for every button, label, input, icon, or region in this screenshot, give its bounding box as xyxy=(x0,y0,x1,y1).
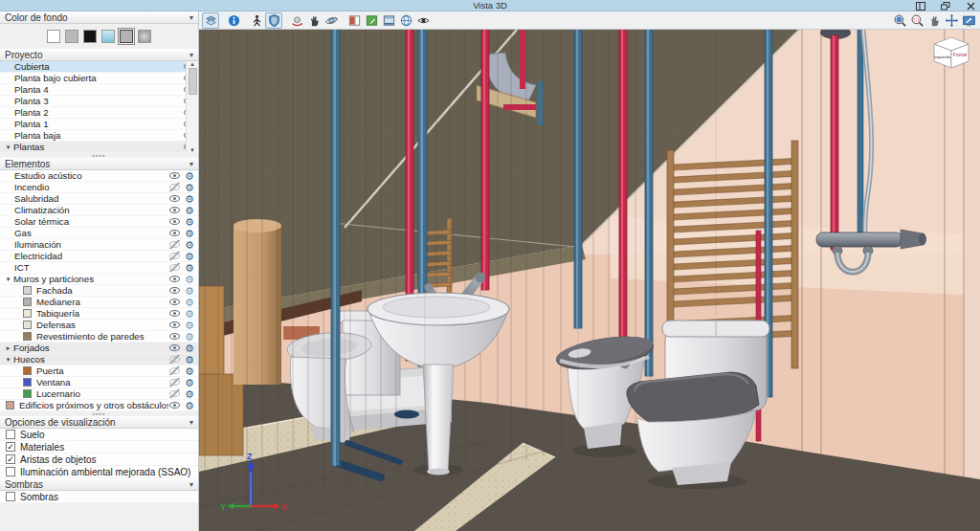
scroll-thumb[interactable] xyxy=(189,68,197,95)
element-defensas[interactable]: Defensas xyxy=(0,320,198,331)
eye-icon[interactable] xyxy=(168,401,181,409)
element-revestimiento[interactable]: Revestimiento de paredes xyxy=(0,331,198,343)
gear-icon[interactable] xyxy=(184,193,195,205)
eye-icon[interactable] xyxy=(168,309,181,318)
eye-off-icon[interactable] xyxy=(168,378,181,387)
checkbox[interactable] xyxy=(6,492,15,501)
checkbox[interactable] xyxy=(6,467,15,476)
checkbox-checked[interactable]: ✓ xyxy=(6,454,15,464)
chevron-right-icon[interactable]: ▸ xyxy=(3,343,13,354)
pan-button[interactable] xyxy=(925,12,943,29)
gear-icon[interactable] xyxy=(184,170,195,182)
bg-swatch-gradient[interactable] xyxy=(138,30,151,43)
element-solar-termica[interactable]: Solar térmica xyxy=(0,216,198,228)
display-options-header[interactable]: Opciones de visualización ▾ xyxy=(0,416,198,429)
gear-icon[interactable] xyxy=(184,205,195,216)
bg-swatch-darkgray-selected[interactable] xyxy=(120,30,133,43)
fullscreen-button[interactable] xyxy=(960,12,977,29)
eye-icon[interactable] xyxy=(168,275,181,283)
gear-icon[interactable] xyxy=(184,354,195,365)
eye-icon[interactable] xyxy=(168,332,181,341)
option-materiales[interactable]: ✓Materiales xyxy=(0,441,198,454)
tree-item-planta-3[interactable]: Planta 3 xyxy=(0,96,198,107)
project-header[interactable]: Proyecto ▾ xyxy=(0,49,198,61)
eye-off-icon[interactable] xyxy=(168,389,181,398)
tree-item-planta-bajo-cubierta[interactable]: Planta bajo cubierta xyxy=(0,73,198,84)
eye-icon[interactable] xyxy=(168,194,181,203)
gear-icon[interactable] xyxy=(184,274,195,285)
gear-icon[interactable] xyxy=(184,182,195,193)
eye-off-icon[interactable] xyxy=(168,355,181,364)
elements-header[interactable]: Elementos ▾ xyxy=(0,158,198,170)
scroll-down-icon[interactable]: ▼ xyxy=(189,147,195,153)
element-incendio[interactable]: Incendio xyxy=(0,182,198,193)
gear-icon[interactable] xyxy=(184,297,195,308)
tree-item-planta-4[interactable]: Planta 4 xyxy=(0,84,198,96)
gear-icon[interactable] xyxy=(184,365,195,377)
bg-swatch-black[interactable] xyxy=(83,30,97,43)
globe-button[interactable] xyxy=(397,12,414,29)
shadows-header[interactable]: Sombras ▾ xyxy=(0,478,198,491)
chevron-down-icon[interactable]: ▾ xyxy=(3,354,13,365)
scroll-up-icon[interactable]: ▲ xyxy=(189,61,195,67)
gear-icon[interactable] xyxy=(184,400,195,411)
element-iluminacion[interactable]: Iluminación xyxy=(0,239,198,251)
gear-icon[interactable] xyxy=(184,262,195,274)
tree-group-plantas[interactable]: ▾Plantas xyxy=(0,142,198,153)
option-ssao[interactable]: Iluminación ambiental mejorada (SSAO) xyxy=(0,466,198,478)
tree-item-planta-baja[interactable]: Planta baja xyxy=(0,130,198,142)
move-view-button[interactable] xyxy=(943,12,960,29)
zoom-extents-button[interactable] xyxy=(891,12,908,29)
element-ventana[interactable]: Ventana xyxy=(0,377,198,388)
close-icon[interactable] xyxy=(965,1,976,11)
visibility-eye-button[interactable] xyxy=(414,12,432,29)
person-scale-button[interactable] xyxy=(248,12,265,29)
element-estudio-acustico[interactable]: Estudio acústico xyxy=(0,170,198,182)
eye-off-icon[interactable] xyxy=(168,252,181,260)
chevron-down-icon[interactable]: ▾ xyxy=(3,142,13,153)
element-group-huecos[interactable]: ▾Huecos xyxy=(0,354,198,365)
eye-icon[interactable] xyxy=(168,206,181,214)
viewcube-right-label[interactable]: Frontal xyxy=(953,53,967,57)
gear-icon[interactable] xyxy=(184,216,195,228)
checkbox-checked[interactable]: ✓ xyxy=(6,442,15,452)
option-suelo[interactable]: Suelo xyxy=(0,429,198,441)
element-gas[interactable]: Gas xyxy=(0,228,198,239)
eye-icon[interactable] xyxy=(168,321,181,329)
eye-icon[interactable] xyxy=(168,286,181,295)
gear-icon[interactable] xyxy=(184,251,195,262)
tree-item-planta-1[interactable]: Planta 1 xyxy=(0,119,198,130)
background-color-header[interactable]: Color de fondo ▾ xyxy=(0,11,198,24)
viewport-3d[interactable]: Izquierda Frontal Z X Y xyxy=(199,30,980,531)
bg-swatch-sky[interactable] xyxy=(101,30,115,43)
bg-swatch-white[interactable] xyxy=(47,30,60,43)
gear-icon[interactable] xyxy=(184,343,195,354)
project-scrollbar[interactable]: ▲▼ xyxy=(186,61,198,153)
orbit-cube-button[interactable] xyxy=(288,12,305,29)
eye-icon[interactable] xyxy=(168,217,181,226)
view-cube[interactable]: Izquierda Frontal xyxy=(930,35,972,72)
split-window-red-button[interactable] xyxy=(345,12,363,29)
element-electricidad[interactable]: Electricidad xyxy=(0,251,198,262)
tree-item-cubierta[interactable]: Cubierta xyxy=(0,61,198,73)
element-salubridad[interactable]: Salubridad xyxy=(0,193,198,205)
gear-icon[interactable] xyxy=(184,308,195,320)
eye-icon[interactable] xyxy=(168,298,181,306)
eye-icon[interactable] xyxy=(168,343,181,352)
element-lucernario[interactable]: Lucernario xyxy=(0,388,198,400)
restore-window-icon[interactable] xyxy=(940,1,951,11)
option-aristas[interactable]: ✓Aristas de objetos xyxy=(0,454,198,466)
eye-off-icon[interactable] xyxy=(168,183,181,191)
flip-view-button[interactable] xyxy=(202,12,219,29)
eye-off-icon[interactable] xyxy=(168,240,181,249)
chevron-down-icon[interactable]: ▾ xyxy=(3,274,13,285)
gear-icon[interactable] xyxy=(184,320,195,331)
element-group-forjados[interactable]: ▸Forjados xyxy=(0,343,198,354)
gear-icon[interactable] xyxy=(184,331,195,343)
element-fachada[interactable]: Fachada xyxy=(0,285,198,297)
orbit-3d-button[interactable] xyxy=(323,12,340,29)
gear-icon[interactable] xyxy=(184,377,195,388)
info-button[interactable] xyxy=(225,12,242,29)
gear-icon[interactable] xyxy=(184,285,195,297)
gear-icon[interactable] xyxy=(184,228,195,239)
